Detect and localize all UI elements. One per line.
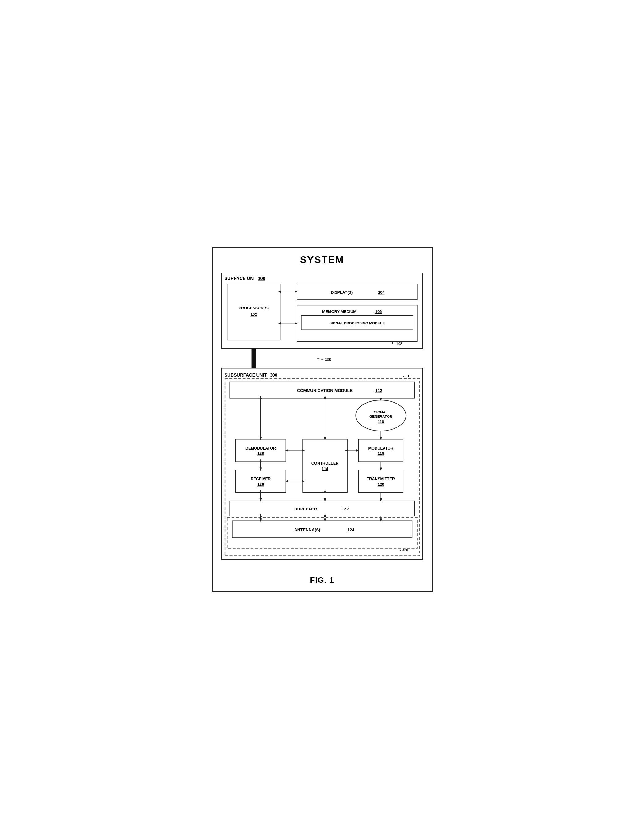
- processor-ref: 102: [250, 312, 257, 317]
- transmitter-ref: 120: [377, 482, 384, 487]
- svg-rect-32: [227, 517, 417, 548]
- surface-unit-ref: 100: [258, 276, 265, 281]
- svg-rect-28: [230, 501, 414, 516]
- processor-label: PROCESSOR(S): [238, 306, 268, 310]
- receiver-label: RECEIVER: [251, 477, 271, 481]
- duplexer-ref: 122: [342, 507, 348, 511]
- subsurface-ref: 300: [270, 372, 277, 377]
- receiver-ref: 126: [257, 482, 264, 487]
- memory-ref: 106: [375, 309, 382, 314]
- signal-gen-ref: 116: [378, 420, 384, 424]
- subsurface-label: SUBSURFACE UNIT: [224, 372, 267, 377]
- ref-320: - 320: [400, 548, 408, 552]
- system-diagram: SURFACE UNIT 100 PROCESSOR(S) 102 DISPLA…: [219, 271, 426, 565]
- comm-module-ref: 112: [375, 388, 382, 393]
- antenna-ref: 124: [347, 528, 354, 532]
- demodulator-ref: 128: [257, 451, 264, 456]
- svg-line-9: [316, 358, 322, 360]
- antenna-label: ANTENNA(S): [294, 528, 320, 532]
- display-ref: 104: [378, 290, 385, 294]
- modulator-label: MODULATOR: [368, 446, 393, 451]
- duplexer-label: DUPLEXER: [294, 507, 317, 511]
- signal-module-ref: 108: [396, 341, 402, 345]
- svg-rect-36: [232, 521, 412, 538]
- display-label: DISPLAY(S): [331, 290, 353, 294]
- outer-diagram-box: SYSTEM SURFACE UNIT 100 PROCESSOR(S) 102…: [212, 247, 433, 592]
- controller-label: CONTROLLER: [311, 461, 338, 466]
- page: SYSTEM SURFACE UNIT 100 PROCESSOR(S) 102…: [199, 235, 445, 604]
- signal-module-label: SIGNAL PROCESSING MODULE: [329, 321, 385, 325]
- svg-rect-18: [302, 439, 347, 492]
- modulator-ref: 118: [377, 451, 384, 456]
- ref-310: - 310: [403, 374, 411, 378]
- transmitter-label: TRANSMITTER: [366, 477, 394, 481]
- signal-gen-label2: GENERATOR: [370, 414, 393, 419]
- connector-ref: 305: [325, 357, 331, 362]
- comm-module-label: COMMUNICATION MODULE: [297, 388, 353, 393]
- memory-label: MEMORY MEDIUM: [322, 309, 356, 314]
- demodulator-label: DEMODULATOR: [245, 446, 276, 451]
- surface-unit-label: SURFACE UNIT: [224, 276, 258, 281]
- svg-rect-8: [251, 348, 256, 368]
- controller-ref: 114: [322, 466, 328, 471]
- fig-label: FIG. 1: [219, 576, 426, 585]
- svg-rect-2: [297, 284, 417, 299]
- signal-gen-label: SIGNAL: [374, 410, 388, 414]
- main-title: SYSTEM: [219, 254, 426, 265]
